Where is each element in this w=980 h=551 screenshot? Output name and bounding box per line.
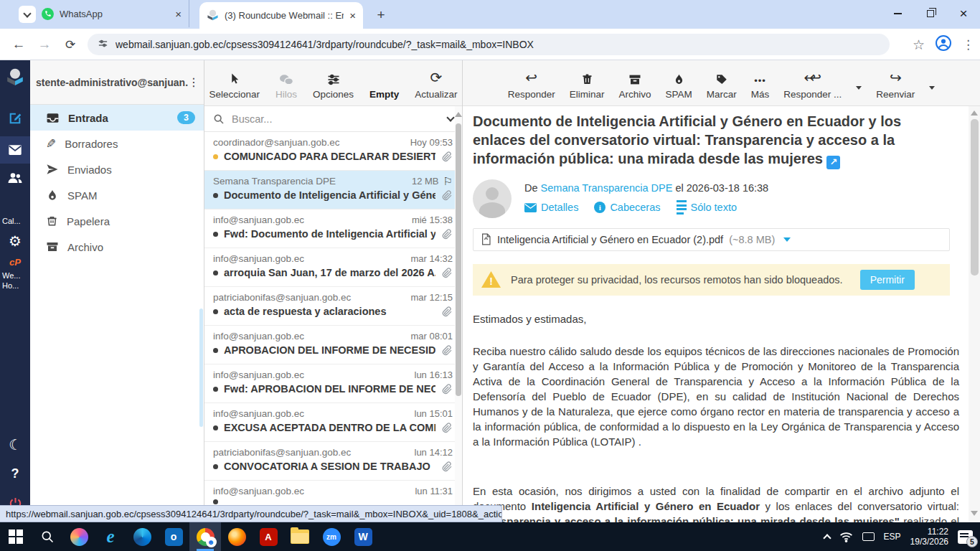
sidebar-item-sent[interactable]: Enviados <box>30 156 204 182</box>
list-scrollbar[interactable] <box>455 106 462 522</box>
taskbar-zoom-button[interactable]: zm <box>316 522 347 551</box>
tray-expand-icon[interactable] <box>823 534 831 542</box>
details-link[interactable]: Detalles <box>524 202 578 213</box>
tab-whatsapp[interactable]: WhatsApp × <box>34 0 189 27</box>
site-settings-icon[interactable] <box>98 38 108 52</box>
attachment-paperclip-icon <box>441 383 453 395</box>
attachment-dropdown-icon[interactable] <box>783 237 791 242</box>
search-input[interactable] <box>232 113 440 125</box>
options-button[interactable]: Opciones <box>313 70 354 100</box>
cpanel-icon[interactable]: cP <box>0 257 30 268</box>
close-icon[interactable]: × <box>175 8 182 20</box>
back-button[interactable]: ← <box>9 34 29 55</box>
spam-button[interactable]: SPAM <box>665 70 692 100</box>
message-list-item[interactable]: patriciabonifas@sanjuan.gob.ecmar 12:15 … <box>204 287 457 326</box>
taskbar-ie-button[interactable]: e <box>95 522 126 551</box>
scroll-up-icon[interactable] <box>455 112 462 117</box>
list-scroll-thumb[interactable] <box>456 123 461 396</box>
webmail-home-label-line1[interactable]: We... <box>0 271 30 280</box>
minimize-button[interactable] <box>881 0 914 27</box>
sidebar-item-inbox[interactable]: Entrada 3 <box>30 105 204 131</box>
taskbar-chrome-button[interactable] <box>189 522 221 551</box>
reply-all-button[interactable]: ↩↩ Responder ... <box>783 70 842 100</box>
tab-search-button[interactable] <box>19 6 36 23</box>
message-list-item[interactable]: info@sanjuan.gob.ecmar 14:32 arroquia Sa… <box>204 248 457 287</box>
attachment-paperclip-icon <box>441 151 453 162</box>
language-indicator[interactable]: ESP <box>884 532 901 542</box>
internet-explorer-icon: e <box>106 527 114 547</box>
sidebar-item-spam[interactable]: SPAM <box>30 182 204 208</box>
taskbar-firefox-button[interactable] <box>221 522 253 551</box>
compose-icon[interactable] <box>0 110 30 126</box>
archive-button[interactable]: Archivo <box>618 70 651 100</box>
taskbar-explorer-button[interactable] <box>284 522 316 551</box>
message-scroll-thumb[interactable] <box>971 119 979 276</box>
message-list-item[interactable]: info@sanjuan.gob.ecmar 08:01 APROBACION … <box>204 326 457 364</box>
external-link-icon[interactable]: ↗ <box>826 156 840 169</box>
webmail-home-label-line2[interactable]: Ho... <box>0 281 30 290</box>
more-button[interactable]: ••• Más <box>751 70 770 100</box>
allow-button[interactable]: Permitir <box>860 270 915 290</box>
help-icon[interactable]: ? <box>0 466 30 481</box>
taskbar-copilot-button[interactable] <box>63 522 95 551</box>
archive-icon <box>628 70 641 86</box>
message-view-column: ↩ Responder Eliminar Archivo SPAM Marcar… <box>463 60 980 522</box>
delete-button[interactable]: Eliminar <box>570 70 605 100</box>
search-options-chevron-icon[interactable] <box>446 113 454 121</box>
bookmark-star-icon[interactable]: ☆ <box>913 37 925 53</box>
display-connect-icon[interactable] <box>862 532 875 541</box>
start-button[interactable] <box>0 522 32 551</box>
new-tab-button[interactable]: + <box>372 6 390 24</box>
message-list-item[interactable]: info@sanjuan.gob.eclun 15:01 EXCUSA ACEP… <box>204 403 457 442</box>
sidebar-item-drafts[interactable]: ✎ Borradores <box>30 131 204 156</box>
forward-button[interactable]: → <box>34 34 55 55</box>
refresh-button[interactable]: ⟳ Actualizar <box>415 70 457 100</box>
taskbar-edge-button[interactable] <box>126 522 158 551</box>
forward-dropdown-icon[interactable] <box>929 86 935 90</box>
folder-scrollbar[interactable] <box>199 309 203 427</box>
message-list-item-selected[interactable]: Semana Transparencia DPE12 MB⚐ Documento… <box>204 171 457 209</box>
account-menu-icon[interactable]: ⋮ <box>188 75 199 89</box>
headers-link[interactable]: i Cabeceras <box>594 202 660 213</box>
forward-button[interactable]: ↪ Reenviar <box>876 70 915 100</box>
notification-center-icon[interactable]: 5 <box>958 530 973 544</box>
info-icon: i <box>594 202 606 213</box>
gear-icon[interactable]: ⚙ <box>0 232 30 250</box>
sidebar-item-trash[interactable]: Papelera <box>30 208 204 234</box>
sender-link[interactable]: Semana Transparencia DPE <box>541 182 673 194</box>
dark-mode-moon-icon[interactable]: ☾ <box>0 436 30 453</box>
close-window-button[interactable]: × <box>947 0 980 27</box>
tab-roundcube[interactable]: (3) Roundcube Webmail :: Entra × <box>199 2 363 29</box>
scroll-down-icon[interactable] <box>971 511 978 516</box>
taskbar-word-button[interactable]: W <box>347 522 379 551</box>
message-list-item[interactable]: patriciabonifas@sanjuan.gob.eclun 14:12 … <box>204 442 457 481</box>
restore-button[interactable] <box>914 0 947 27</box>
taskbar-search-button[interactable] <box>32 522 63 551</box>
mark-button[interactable]: Marcar <box>707 70 737 100</box>
browser-menu-icon[interactable]: ⋮ <box>962 37 974 52</box>
select-button[interactable]: Seleccionar <box>209 70 260 100</box>
wifi-icon[interactable] <box>839 532 853 542</box>
plaintext-link[interactable]: Sólo texto <box>677 200 738 215</box>
scroll-up-icon[interactable] <box>971 110 978 116</box>
contacts-icon[interactable] <box>0 169 30 187</box>
attachment-name[interactable]: Inteligencia Artificial y Género en Ecua… <box>497 234 723 245</box>
address-bar[interactable]: webmail.sanjuan.gob.ec/cpsess3094124641/… <box>88 34 890 55</box>
attachment-bar[interactable]: Inteligencia Artificial y Género en Ecua… <box>473 228 950 251</box>
sidebar-item-archive[interactable]: Archivo <box>30 234 204 260</box>
close-icon[interactable]: × <box>349 9 356 22</box>
message-list-item[interactable]: info@sanjuan.gob.ecmié 15:38 Fwd: Docume… <box>204 209 457 248</box>
message-list-item[interactable]: info@sanjuan.gob.eclun 16:13 Fwd: APROBA… <box>204 364 457 403</box>
profile-avatar-icon[interactable] <box>935 34 952 55</box>
calendar-nav-label[interactable]: Cal... <box>0 217 30 225</box>
reload-button[interactable]: ⟳ <box>60 34 80 55</box>
mail-icon[interactable] <box>0 136 30 164</box>
taskbar-outlook-button[interactable]: o <box>158 522 189 551</box>
reply-all-dropdown-icon[interactable] <box>856 86 862 90</box>
reply-button[interactable]: ↩ Responder <box>508 70 555 100</box>
taskbar-acrobat-button[interactable]: A <box>253 522 284 551</box>
threads-button[interactable]: Hilos <box>275 70 297 100</box>
message-list-item[interactable]: coordinador@sanjuan.gob.ecHoy 09:53 COMU… <box>204 132 457 171</box>
clock[interactable]: 11:22 19/3/2026 <box>910 527 948 547</box>
empty-button[interactable]: Empty <box>369 70 399 100</box>
